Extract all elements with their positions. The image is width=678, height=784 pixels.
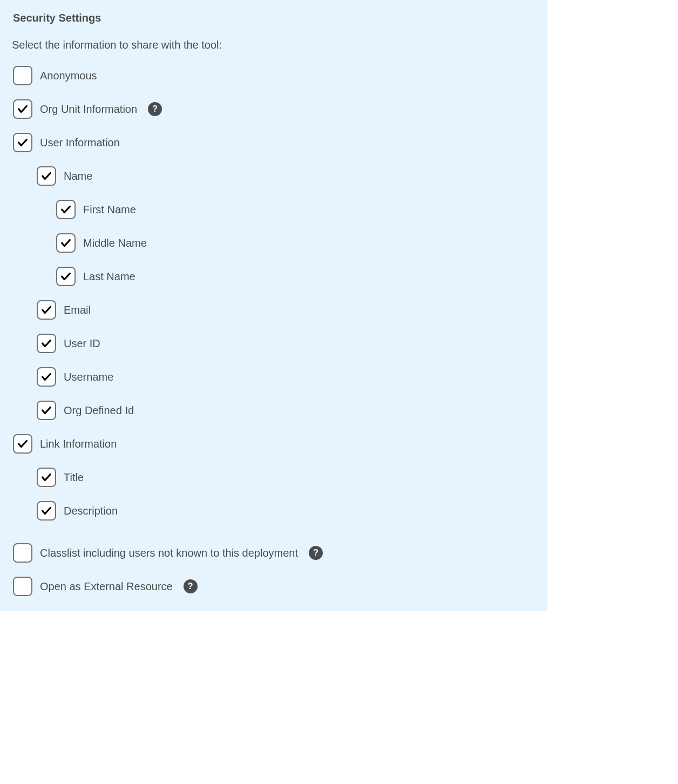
checkbox-anonymous[interactable] [13, 66, 32, 85]
label-email: Email [64, 302, 91, 318]
check-icon [40, 170, 52, 182]
security-settings-panel: Security Settings Select the information… [0, 0, 547, 611]
label-name: Name [64, 168, 92, 184]
checkbox-org-defined-id[interactable] [37, 401, 56, 420]
label-anonymous: Anonymous [40, 67, 97, 84]
check-icon [17, 137, 29, 148]
checkbox-description[interactable] [37, 501, 56, 521]
row-link-info: Link Information [13, 434, 534, 454]
check-icon [60, 204, 72, 215]
check-icon [40, 371, 52, 383]
row-org-unit-info: Org Unit Information ? [13, 99, 534, 119]
row-title: Title [37, 468, 534, 487]
section-subtitle: Select the information to share with the… [12, 37, 534, 53]
checkbox-username[interactable] [37, 367, 56, 387]
help-icon[interactable]: ? [309, 546, 323, 560]
row-anonymous: Anonymous [13, 66, 534, 85]
check-icon [60, 237, 72, 249]
row-open-external: Open as External Resource ? [13, 577, 534, 596]
check-icon [40, 304, 52, 316]
checkbox-open-external[interactable] [13, 577, 32, 596]
checkbox-name[interactable] [37, 166, 56, 186]
checkbox-org-unit-info[interactable] [13, 99, 32, 119]
label-classlist: Classlist including users not known to t… [40, 545, 298, 561]
label-org-unit-info: Org Unit Information [40, 101, 137, 117]
row-description: Description [37, 501, 534, 521]
check-icon [40, 337, 52, 349]
checkbox-user-info[interactable] [13, 133, 32, 152]
check-icon [40, 471, 52, 483]
row-last-name: Last Name [56, 267, 534, 286]
row-user-id: User ID [37, 334, 534, 353]
help-icon[interactable]: ? [148, 102, 162, 116]
row-first-name: First Name [56, 200, 534, 219]
check-icon [40, 505, 52, 517]
checkbox-first-name[interactable] [56, 200, 76, 219]
row-username: Username [37, 367, 534, 387]
checkbox-link-info[interactable] [13, 434, 32, 454]
label-last-name: Last Name [83, 268, 135, 285]
checkbox-title[interactable] [37, 468, 56, 487]
checkbox-last-name[interactable] [56, 267, 76, 286]
label-description: Description [64, 503, 118, 519]
check-icon [17, 438, 29, 450]
label-org-defined-id: Org Defined Id [64, 402, 134, 418]
help-icon[interactable]: ? [184, 579, 198, 593]
row-name: Name [37, 166, 534, 186]
label-middle-name: Middle Name [83, 235, 147, 251]
label-user-id: User ID [64, 335, 100, 352]
checkbox-user-id[interactable] [37, 334, 56, 353]
checkbox-classlist[interactable] [13, 543, 32, 563]
check-icon [60, 271, 72, 282]
section-title: Security Settings [13, 10, 534, 26]
label-title: Title [64, 469, 84, 485]
label-link-info: Link Information [40, 436, 117, 452]
row-classlist: Classlist including users not known to t… [13, 543, 534, 563]
label-user-info: User Information [40, 134, 120, 151]
label-first-name: First Name [83, 201, 136, 218]
check-icon [40, 404, 52, 416]
label-username: Username [64, 369, 113, 385]
checkbox-middle-name[interactable] [56, 233, 76, 253]
check-icon [17, 103, 29, 115]
row-user-info: User Information [13, 133, 534, 152]
row-middle-name: Middle Name [56, 233, 534, 253]
label-open-external: Open as External Resource [40, 578, 173, 594]
row-email: Email [37, 300, 534, 320]
row-org-defined-id: Org Defined Id [37, 401, 534, 420]
checkbox-email[interactable] [37, 300, 56, 320]
